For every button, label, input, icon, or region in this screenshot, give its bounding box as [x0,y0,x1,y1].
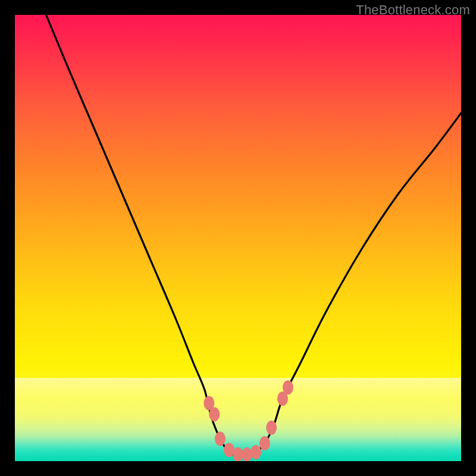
data-point [209,407,220,421]
data-point [215,432,226,446]
data-point [283,380,293,394]
plot-area [15,15,461,461]
data-point [242,447,252,461]
data-point [250,445,261,459]
data-point-markers [203,380,293,461]
data-point [259,436,270,450]
curve-layer [15,15,461,461]
chart-stage: TheBottleneck.com [0,0,476,476]
data-point [266,421,277,435]
bottleneck-curve [46,15,462,458]
